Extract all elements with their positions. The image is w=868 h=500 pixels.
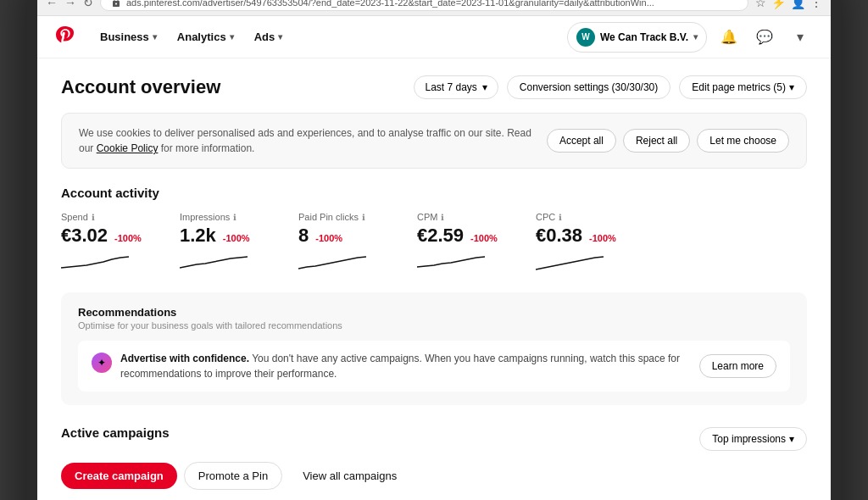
view-all-campaigns-button[interactable]: View all campaigns bbox=[289, 463, 410, 489]
paid-clicks-info-icon[interactable]: ℹ bbox=[362, 213, 365, 222]
promote-pin-button[interactable]: Promote a Pin bbox=[184, 462, 282, 490]
cpc-change: -100% bbox=[589, 233, 616, 243]
address-bar[interactable]: ads.pinterest.com/advertiser/54976335350… bbox=[100, 0, 748, 11]
reject-all-button[interactable]: Reject all bbox=[623, 129, 690, 153]
avatar: W bbox=[576, 28, 595, 47]
metric-cpc: CPC ℹ €0.38 -100% bbox=[536, 212, 620, 272]
accept-all-button[interactable]: Accept all bbox=[547, 129, 616, 153]
edit-metrics-label: Edit page metrics (5) bbox=[692, 81, 786, 93]
metric-impressions-label: Impressions ℹ bbox=[180, 212, 264, 222]
let-me-choose-button[interactable]: Let me choose bbox=[697, 129, 789, 153]
lock-icon bbox=[111, 0, 121, 8]
metrics-row: Spend ℹ €3.02 -100% bbox=[61, 212, 807, 272]
recommendations-title: Recommendations bbox=[78, 306, 790, 319]
spend-sparkline bbox=[61, 252, 146, 272]
recommendations-subtitle: Optimise for your business goals with ta… bbox=[78, 320, 790, 331]
impressions-sparkline-chart bbox=[180, 255, 248, 272]
address-bar-row: ← → ↻ ads.pinterest.com/advertiser/54976… bbox=[37, 0, 831, 15]
nav-item-business[interactable]: Business ▾ bbox=[92, 25, 165, 48]
account-activity-title: Account activity bbox=[61, 186, 807, 200]
bookmark-icon[interactable]: ☆ bbox=[755, 0, 766, 9]
messages-button[interactable]: 💬 bbox=[751, 24, 778, 51]
cpm-value: €2.59 bbox=[417, 225, 464, 247]
profile-icon[interactable]: 👤 bbox=[791, 0, 805, 9]
create-campaign-button[interactable]: Create campaign bbox=[61, 463, 177, 489]
pinterest-logo bbox=[54, 25, 75, 50]
spend-value: €3.02 bbox=[61, 225, 108, 247]
active-campaigns-section: Active campaigns Top impressions ▾ Creat… bbox=[61, 425, 807, 490]
back-button[interactable]: ← bbox=[46, 0, 58, 9]
page-header: Account overview Last 7 days ▾ Conversio… bbox=[61, 75, 807, 99]
analytics-chevron-icon: ▾ bbox=[230, 32, 234, 42]
sort-label: Top impressions bbox=[712, 433, 786, 445]
pinterest-app: Business ▾ Analytics ▾ Ads ▾ bbox=[37, 16, 831, 500]
cpm-sparkline-chart bbox=[417, 255, 485, 272]
learn-more-button[interactable]: Learn more bbox=[699, 354, 776, 378]
cpc-sparkline bbox=[536, 252, 620, 272]
more-icon: ▾ bbox=[797, 29, 804, 45]
campaigns-actions: Create campaign Promote a Pin View all c… bbox=[61, 462, 807, 490]
cpm-info-icon[interactable]: ℹ bbox=[441, 213, 444, 222]
impressions-sparkline bbox=[180, 252, 264, 272]
laptop-screen: Pinterest ✕ + ← → ↻ ads.pinterest.com/ad… bbox=[37, 0, 831, 500]
date-picker-label: Last 7 days bbox=[425, 81, 476, 93]
notifications-button[interactable]: 🔔 bbox=[715, 24, 743, 51]
nav-item-analytics[interactable]: Analytics ▾ bbox=[169, 25, 242, 48]
url-text: ads.pinterest.com/advertiser/54976335350… bbox=[126, 0, 654, 8]
metric-impressions-values: 1.2k -100% bbox=[180, 225, 264, 247]
spend-sparkline-chart bbox=[61, 255, 129, 272]
cpc-sparkline-chart bbox=[536, 255, 604, 272]
metric-paid-pin-clicks: Paid Pin clicks ℹ 8 -100% bbox=[298, 212, 383, 272]
cookie-actions: Accept all Reject all Let me choose bbox=[547, 129, 789, 153]
metric-cpm-label: CPM ℹ bbox=[417, 212, 502, 222]
sort-dropdown[interactable]: Top impressions ▾ bbox=[699, 427, 807, 451]
main-content: Account overview Last 7 days ▾ Conversio… bbox=[37, 58, 831, 500]
paid-clicks-change: -100% bbox=[315, 233, 342, 243]
sort-chevron-icon: ▾ bbox=[789, 433, 794, 445]
menu-icon[interactable]: ⋮ bbox=[810, 0, 822, 9]
business-label: Business bbox=[100, 31, 149, 43]
rec-card-bold: Advertise with confidence. bbox=[120, 353, 249, 364]
paid-clicks-value: 8 bbox=[298, 225, 309, 247]
page-title: Account overview bbox=[61, 76, 220, 98]
account-name: We Can Track B.V. bbox=[600, 31, 688, 43]
cookie-text: We use cookies to deliver personalised a… bbox=[79, 125, 547, 156]
ads-chevron-icon: ▾ bbox=[278, 32, 282, 42]
metric-cpm-values: €2.59 -100% bbox=[417, 225, 502, 247]
metric-cpc-label: CPC ℹ bbox=[536, 212, 620, 222]
metric-spend: Spend ℹ €3.02 -100% bbox=[61, 212, 146, 272]
cpc-info-icon[interactable]: ℹ bbox=[559, 213, 562, 222]
extensions-icon[interactable]: ⚡ bbox=[771, 0, 786, 9]
business-chevron-icon: ▾ bbox=[153, 32, 157, 42]
account-activity-section: Account activity Spend ℹ €3.02 -100% bbox=[61, 186, 807, 272]
recommendation-icon: ✦ bbox=[92, 353, 112, 373]
spend-info-icon[interactable]: ℹ bbox=[92, 213, 95, 222]
metric-cpm: CPM ℹ €2.59 -100% bbox=[417, 212, 502, 272]
analytics-label: Analytics bbox=[177, 31, 226, 43]
edit-metrics-button[interactable]: Edit page metrics (5) ▾ bbox=[679, 75, 807, 99]
metric-impressions: Impressions ℹ 1.2k -100% bbox=[180, 212, 264, 272]
impressions-value: 1.2k bbox=[180, 225, 216, 247]
header-controls: Last 7 days ▾ Conversion settings (30/30… bbox=[414, 75, 807, 99]
nav-items: Business ▾ Analytics ▾ Ads ▾ bbox=[92, 25, 291, 48]
conversion-settings-label: Conversion settings (30/30/30) bbox=[520, 81, 658, 93]
account-chevron-icon: ▾ bbox=[693, 32, 698, 42]
forward-button[interactable]: → bbox=[64, 0, 76, 9]
more-button[interactable]: ▾ bbox=[787, 24, 814, 51]
account-badge[interactable]: W We Can Track B.V. ▾ bbox=[567, 22, 707, 53]
ads-label: Ads bbox=[254, 31, 275, 43]
browser-icons: ☆ ⚡ 👤 ⋮ bbox=[755, 0, 822, 9]
paid-clicks-sparkline bbox=[298, 252, 383, 272]
impressions-info-icon[interactable]: ℹ bbox=[233, 213, 236, 222]
metric-spend-label: Spend ℹ bbox=[61, 212, 146, 222]
metric-paid-clicks-values: 8 -100% bbox=[298, 225, 383, 247]
metric-paid-pin-clicks-label: Paid Pin clicks ℹ bbox=[298, 212, 383, 222]
nav-item-ads[interactable]: Ads ▾ bbox=[246, 25, 292, 48]
date-picker-button[interactable]: Last 7 days ▾ bbox=[414, 75, 498, 99]
cookie-policy-link[interactable]: Cookie Policy bbox=[97, 142, 159, 154]
edit-metrics-chevron-icon: ▾ bbox=[789, 81, 794, 93]
refresh-button[interactable]: ↻ bbox=[83, 0, 93, 9]
recommendations-box: Recommendations Optimise for your busine… bbox=[61, 292, 807, 405]
cpm-change: -100% bbox=[470, 233, 498, 243]
conversion-settings-button[interactable]: Conversion settings (30/30/30) bbox=[507, 75, 670, 99]
